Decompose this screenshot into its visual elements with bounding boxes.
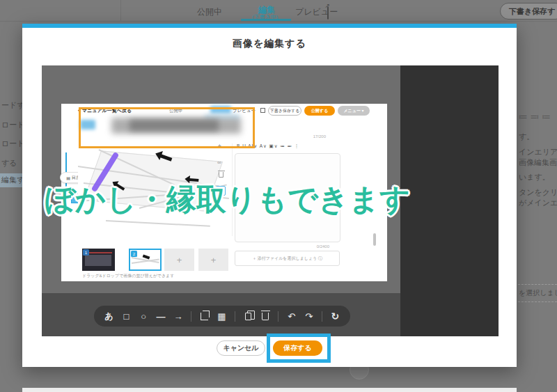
toolbar-divider xyxy=(191,311,191,322)
rotate-button[interactable]: ↻ xyxy=(331,311,340,321)
inner-menu-button: メニュー ▾ xyxy=(338,106,370,116)
link-icon: ∞ xyxy=(217,159,221,166)
thumbnail-1: 1 xyxy=(82,249,115,271)
undo-button[interactable]: ↶ xyxy=(287,312,296,321)
redo-button[interactable]: ↷ xyxy=(304,312,313,321)
trash-icon xyxy=(262,313,269,320)
edit-image-modal: 画像を編集する < マニュアル一覧へ戻る 公開中 プレビュー 下書き保存する 公… xyxy=(22,24,517,367)
panel-text: す。 xyxy=(519,132,534,142)
inner-scrollbar xyxy=(373,233,376,246)
thumbnail-2-selected: 2 xyxy=(129,249,162,271)
thumb-detail xyxy=(85,255,111,266)
duplicate-icon xyxy=(245,313,251,320)
panel-text: がメインエリア xyxy=(519,198,557,208)
drag-hint: ドラッグ&ドロップで画像の並び替えができます xyxy=(82,273,174,279)
orange-annotation-rect xyxy=(79,107,255,148)
editor-toolbar: あ □ ○ ― → ▦ ↶ ↷ ↻ xyxy=(94,306,350,327)
inner-draft-save-button: 下書き保存する xyxy=(268,106,301,116)
inner-external-link-icon xyxy=(260,108,265,113)
trash-icon xyxy=(219,172,223,178)
dashed-divider xyxy=(518,301,557,302)
crop-tool-button[interactable] xyxy=(200,313,209,320)
delete-button[interactable] xyxy=(261,313,270,320)
text-tool-button[interactable]: あ xyxy=(104,312,113,320)
crop-icon xyxy=(201,313,208,320)
panel-text: います。 xyxy=(519,172,550,182)
format-toolbar-icons: ≔ ≕ ≔ xyxy=(519,111,551,122)
dashed-divider xyxy=(518,284,557,285)
tab-published[interactable]: 公開中 xyxy=(197,6,222,18)
toolbar-divider xyxy=(322,311,322,322)
screen: 公開中 編集 (下書き中) プレビュー 下書き保存す ードする ロードす ロード… xyxy=(0,0,557,392)
ellipse-tool-button[interactable]: ○ xyxy=(139,312,148,321)
green-annotation-text[interactable]: ぼかし・縁取りもできます xyxy=(45,180,410,220)
arrow-tool-button[interactable]: → xyxy=(173,312,182,321)
rectangle-tool-button[interactable]: □ xyxy=(122,312,131,321)
header-divider xyxy=(120,0,121,21)
title-char-count: 17/200 xyxy=(249,134,326,139)
tutorial-highlight-rect xyxy=(267,334,331,363)
body-char-count: 0/2400 xyxy=(253,244,329,249)
attachment-select-box: ＋ 添付ファイルを選択しましょう ⓘ xyxy=(235,251,340,266)
image-edit-canvas[interactable]: < マニュアル一覧へ戻る 公開中 プレビュー 下書き保存する 公開する メニュー… xyxy=(42,65,499,336)
panel-text: 画像編集画面か xyxy=(519,157,557,168)
modal-title: 画像を編集する xyxy=(22,38,517,50)
add-image-slot: + xyxy=(164,249,194,271)
duplicate-button[interactable] xyxy=(244,313,253,320)
line-tool-button[interactable]: ― xyxy=(157,312,166,321)
external-link-icon xyxy=(327,6,329,19)
toolbar-divider xyxy=(235,311,235,322)
thumbnail-1-badge: 1 xyxy=(83,249,89,256)
panel-text: インエリアに xyxy=(519,147,557,157)
panel-text: タンをクリック xyxy=(519,187,557,198)
add-image-slot: + xyxy=(198,249,228,271)
draft-save-button[interactable]: 下書き保存す xyxy=(500,3,557,19)
sidebar-item: する xyxy=(1,158,17,168)
cancel-button[interactable]: キャンセル xyxy=(217,340,265,356)
page-bottom-edge xyxy=(22,388,517,392)
tab-preview[interactable]: プレビュー xyxy=(295,6,338,18)
toolbar-divider xyxy=(278,311,278,322)
illustration-line xyxy=(106,220,210,226)
mosaic-tool-button[interactable]: ▦ xyxy=(217,312,226,321)
inner-publish-button: 公開する xyxy=(304,106,335,116)
active-tab-underline xyxy=(241,19,291,21)
thumbnail-2-badge: 2 xyxy=(131,251,137,257)
attachment-text: を選択しましょう xyxy=(519,288,557,298)
